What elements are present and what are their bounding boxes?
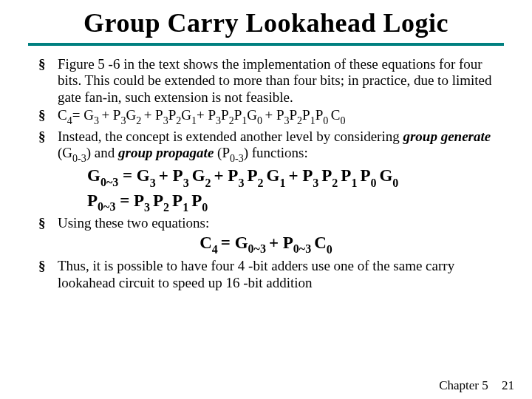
slide-title: Group Carry Lookahead Logic	[28, 7, 504, 38]
bullet-4: Using these two equations:	[38, 215, 504, 231]
bullet-list-3: Thus, it is possible to have four 4 -bit…	[28, 258, 504, 291]
bullet-3: Instead, the concept is extended another…	[38, 129, 504, 165]
bullet-5: Thus, it is possible to have four 4 -bit…	[38, 258, 504, 291]
title-rule	[28, 43, 504, 46]
chapter-label: Chapter 5	[439, 378, 488, 392]
bullet-2: C4= G3 + P3G2 + P3P2G1+ P3P2P1G0 + P3P2P…	[38, 107, 504, 126]
bullet-list-2: Using these two equations:	[28, 215, 504, 231]
equation-c4: C4 = G0~3 + P0~3 C0	[28, 233, 504, 256]
equation-g03: G0~3 = G3 + P3 G2 + P3 P2 G1 + P3 P2 P1 …	[28, 166, 504, 189]
bullet-1: Figure 5 -6 in the text shows the implem…	[38, 56, 504, 106]
slide-footer: Chapter 5 21	[439, 378, 514, 393]
equation-p03: P0~3 = P3 P2 P1 P0	[28, 191, 504, 214]
page-number: 21	[502, 378, 514, 392]
bullet-list: Figure 5 -6 in the text shows the implem…	[28, 56, 504, 164]
